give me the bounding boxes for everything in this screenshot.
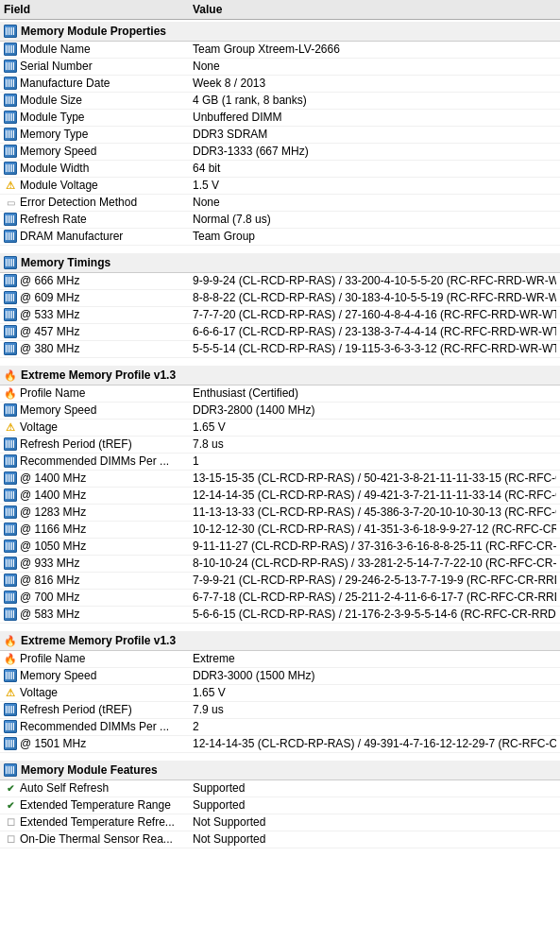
ram-icon (4, 43, 17, 56)
table-row: @ 457 MHz6-6-6-17 (CL-RCD-RP-RAS) / 23-1… (0, 324, 560, 341)
ram-icon (4, 454, 17, 468)
table-row: @ 583 MHz5-6-6-15 (CL-RCD-RP-RAS) / 21-1… (0, 607, 560, 624)
table-row: 🔥Profile NameEnthusiast (Certified) (0, 385, 560, 403)
field-cell: Module Type (4, 111, 193, 124)
field-cell: @ 933 MHz (4, 557, 193, 570)
table-row: @ 1050 MHz9-11-11-27 (CL-RCD-RP-RAS) / 3… (0, 539, 560, 556)
value-cell: 9-11-11-27 (CL-RCD-RP-RAS) / 37-316-3-6-… (193, 540, 556, 553)
field-text: Profile Name (20, 652, 85, 665)
check-empty-icon: ☐ (4, 815, 17, 829)
field-text: Memory Speed (20, 669, 96, 682)
ram-icon (4, 25, 17, 38)
table-row: @ 816 MHz7-9-9-21 (CL-RCD-RP-RAS) / 29-2… (0, 573, 560, 590)
ram-icon (4, 703, 17, 716)
field-text: Memory Speed (20, 145, 96, 158)
field-cell: @ 457 MHz (4, 325, 193, 338)
table-header: Field Value (0, 0, 560, 20)
ram-icon (4, 720, 17, 733)
section-spacer (0, 358, 560, 364)
fire-icon: 🔥 (4, 634, 17, 647)
table-row: Memory TypeDDR3 SDRAM (0, 127, 560, 144)
ram-icon (4, 403, 17, 417)
field-cell: @ 609 MHz (4, 291, 193, 304)
value-cell: 12-14-14-35 (CL-RCD-RP-RAS) / 49-391-4-7… (193, 737, 556, 750)
table-row: Refresh Period (tREF)7.8 us (0, 437, 560, 454)
value-cell: DDR3-1333 (667 MHz) (193, 145, 556, 158)
value-cell: Week 8 / 2013 (193, 77, 556, 90)
value-cell: DDR3 SDRAM (193, 128, 556, 141)
field-text: DRAM Manufacturer (20, 230, 123, 243)
ram-icon (4, 608, 17, 621)
section-title: Extreme Memory Profile v1.3 (21, 634, 176, 647)
ram-icon (4, 557, 17, 570)
value-cell: 7.9 us (193, 703, 556, 716)
table-row: @ 1166 MHz10-12-12-30 (CL-RCD-RP-RAS) / … (0, 522, 560, 539)
field-cell: @ 1283 MHz (4, 505, 193, 519)
value-cell: Enthusiast (Certified) (193, 386, 556, 400)
field-text: @ 583 MHz (20, 608, 80, 621)
value-cell: 9-9-9-24 (CL-RCD-RP-RAS) / 33-200-4-10-5… (193, 274, 556, 287)
ram-icon (4, 342, 17, 355)
ram-icon (4, 574, 17, 587)
field-cell: @ 1166 MHz (4, 522, 193, 536)
section-spacer (0, 246, 560, 251)
field-text: Manufacture Date (20, 77, 110, 90)
table-row: ⚠Voltage1.65 V (0, 685, 560, 702)
field-cell: ▭Error Detection Method (4, 196, 193, 209)
field-cell: Recommended DIMMs Per ... (4, 454, 193, 468)
table-row: Manufacture DateWeek 8 / 2013 (0, 76, 560, 93)
field-cell: Refresh Period (tREF) (4, 437, 193, 451)
field-text: Module Size (20, 94, 82, 107)
ram-icon (4, 591, 17, 604)
ram-icon (4, 763, 17, 777)
table-row: @ 1400 MHz13-15-15-35 (CL-RCD-RP-RAS) / … (0, 471, 560, 488)
value-cell: 7.8 us (193, 437, 556, 451)
table-row: @ 380 MHz5-5-5-14 (CL-RCD-RP-RAS) / 19-1… (0, 341, 560, 358)
table-row: @ 666 MHz9-9-9-24 (CL-RCD-RP-RAS) / 33-2… (0, 273, 560, 290)
field-cell: @ 1050 MHz (4, 540, 193, 553)
ram-icon (4, 111, 17, 124)
field-text: Module Width (20, 162, 89, 175)
table-row: Recommended DIMMs Per ...1 (0, 454, 560, 471)
field-cell: @ 1400 MHz (4, 488, 193, 502)
field-text: @ 457 MHz (20, 325, 80, 338)
field-text: @ 816 MHz (20, 574, 80, 587)
section-label-memory-module-properties: Memory Module Properties (4, 25, 193, 38)
ram-icon (4, 471, 17, 485)
table-row: @ 609 MHz8-8-8-22 (CL-RCD-RP-RAS) / 30-1… (0, 290, 560, 307)
value-cell: Supported (193, 781, 556, 795)
table-row: @ 933 MHz8-10-10-24 (CL-RCD-RP-RAS) / 33… (0, 556, 560, 573)
value-cell: 1 (193, 454, 556, 468)
value-cell: 5-6-6-15 (CL-RCD-RP-RAS) / 21-176-2-3-9-… (193, 608, 556, 621)
section-spacer (0, 624, 560, 629)
value-cell: 4 GB (1 rank, 8 banks) (193, 94, 556, 107)
field-text: Error Detection Method (20, 196, 137, 209)
value-cell: Unbuffered DIMM (193, 111, 556, 124)
section-spacer (0, 753, 560, 759)
table-row: @ 1400 MHz12-14-14-35 (CL-RCD-RP-RAS) / … (0, 488, 560, 505)
value-cell: 11-13-13-33 (CL-RCD-RP-RAS) / 45-386-3-7… (193, 505, 556, 519)
field-cell: ☐Extended Temperature Refre... (4, 815, 193, 829)
value-cell: 1.65 V (193, 420, 556, 434)
field-cell: Module Width (4, 162, 193, 175)
field-text: Auto Self Refresh (20, 781, 109, 795)
ram-icon (4, 488, 17, 502)
value-cell: 1.5 V (193, 179, 556, 192)
ram-icon (4, 737, 17, 750)
field-cell: Memory Speed (4, 145, 193, 158)
section-header-memory-module-properties: Memory Module Properties (0, 22, 560, 42)
main-table: Field Value Memory Module PropertiesModu… (0, 0, 560, 848)
ram-icon (4, 437, 17, 451)
ram-icon (4, 308, 17, 321)
section-label-extreme-profile-1: 🔥Extreme Memory Profile v1.3 (4, 368, 193, 382)
table-row: ✔Extended Temperature RangeSupported (0, 797, 560, 814)
field-cell: @ 666 MHz (4, 274, 193, 287)
ram-icon (4, 274, 17, 287)
field-cell: Recommended DIMMs Per ... (4, 720, 193, 733)
check-empty-icon: ☐ (4, 832, 17, 846)
value-cell: 10-12-12-30 (CL-RCD-RP-RAS) / 41-351-3-6… (193, 522, 556, 536)
field-cell: ⚠Voltage (4, 686, 193, 699)
field-text: @ 380 MHz (20, 342, 80, 355)
value-cell: Not Supported (193, 815, 556, 829)
table-row: Refresh RateNormal (7.8 us) (0, 212, 560, 229)
